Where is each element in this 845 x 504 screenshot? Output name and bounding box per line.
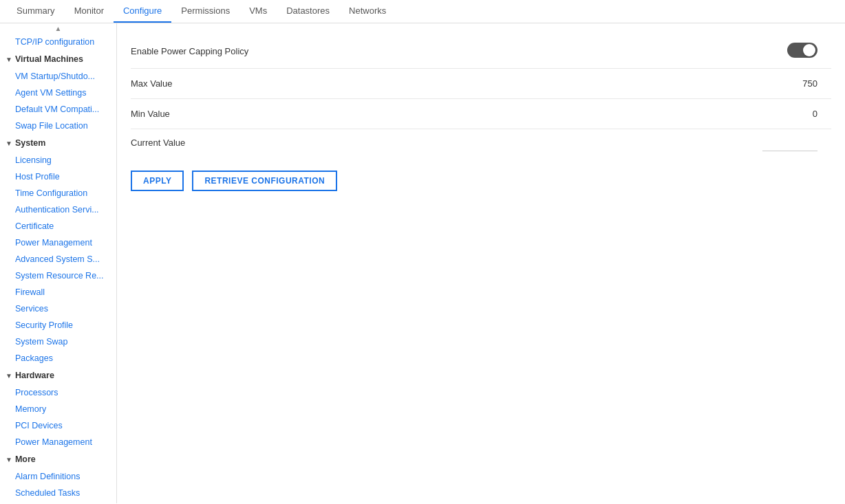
retrieve-button[interactable]: RETRIEVE CONFIGURATION xyxy=(192,171,337,191)
current-value-label: Current Value xyxy=(131,138,282,148)
sidebar-item-processors[interactable]: Processors xyxy=(0,384,116,401)
sidebar-item-swap-file-location[interactable]: Swap File Location xyxy=(0,118,116,134)
field-value: 0 xyxy=(282,109,831,119)
text-row-min-value: Min Value0 xyxy=(131,99,831,129)
tab-configure[interactable]: Configure xyxy=(114,0,171,23)
sidebar-item-advanced-system-s-[interactable]: Advanced System S... xyxy=(0,251,116,267)
toggle-value[interactable] xyxy=(282,43,831,60)
tab-summary[interactable]: Summary xyxy=(7,0,65,23)
sidebar-item-certificate[interactable]: Certificate xyxy=(0,218,116,234)
sidebar-item-system-swap[interactable]: System Swap xyxy=(0,333,116,350)
sidebar-item-authentication-servi-[interactable]: Authentication Servi... xyxy=(0,201,116,218)
sidebar-section-hardware[interactable]: ▼Hardware xyxy=(0,366,116,384)
sidebar-section-virtual-machines[interactable]: ▼Virtual Machines xyxy=(0,50,116,68)
tab-networks[interactable]: Networks xyxy=(339,0,396,23)
sidebar-item-licensing[interactable]: Licensing xyxy=(0,152,116,168)
button-row: APPLYRETRIEVE CONFIGURATION xyxy=(131,165,831,191)
sidebar-item-system-resource-re-[interactable]: System Resource Re... xyxy=(0,267,116,284)
sidebar-scroll-up[interactable]: ▲ xyxy=(0,23,116,34)
sidebar-item-vm-startup-shutdo-[interactable]: VM Startup/Shutdo... xyxy=(0,68,116,85)
sidebar-item-pci-devices[interactable]: PCI Devices xyxy=(0,417,116,434)
sidebar-item-agent-vm-settings[interactable]: Agent VM Settings xyxy=(0,85,116,101)
main-layout: ▲TCP/IP configuration▼Virtual MachinesVM… xyxy=(0,23,845,503)
sidebar-item-power-management[interactable]: Power Management xyxy=(0,234,116,251)
tab-datastores[interactable]: Datastores xyxy=(277,0,339,23)
text-row-max-value: Max Value750 xyxy=(131,69,831,99)
sidebar: ▲TCP/IP configuration▼Virtual MachinesVM… xyxy=(0,23,117,503)
toggle-label: Enable Power Capping Policy xyxy=(131,46,282,56)
section-arrow-icon: ▼ xyxy=(6,456,12,463)
apply-button[interactable]: APPLY xyxy=(131,171,184,191)
sidebar-item-default-vm-compati-[interactable]: Default VM Compati... xyxy=(0,101,116,118)
tab-permissions[interactable]: Permissions xyxy=(171,0,239,23)
sidebar-item-services[interactable]: Services xyxy=(0,300,116,317)
sidebar-item-scheduled-tasks[interactable]: Scheduled Tasks xyxy=(0,485,116,501)
section-label: Hardware xyxy=(15,371,54,380)
section-arrow-icon: ▼ xyxy=(6,56,12,63)
section-label: System xyxy=(15,138,45,148)
content-area: Enable Power Capping PolicyMax Value750M… xyxy=(117,23,845,503)
sidebar-section-system[interactable]: ▼System xyxy=(0,134,116,152)
tab-vms[interactable]: VMs xyxy=(239,0,277,23)
current-value-line xyxy=(762,138,817,151)
sidebar-item-power-management[interactable]: Power Management xyxy=(0,434,116,450)
sidebar-section-lenovo-xclarity[interactable]: ▼Lenovo XClarity xyxy=(0,501,116,503)
field-label: Max Value xyxy=(131,78,282,89)
sidebar-item-packages[interactable]: Packages xyxy=(0,350,116,366)
section-arrow-icon: ▼ xyxy=(6,372,12,380)
field-label: Min Value xyxy=(131,109,282,119)
section-label: Virtual Machines xyxy=(15,54,83,64)
current-value-row: Current Value xyxy=(131,129,831,165)
section-arrow-icon: ▼ xyxy=(6,140,12,147)
current-value-input-area xyxy=(282,138,831,151)
toggle-thumb xyxy=(803,44,815,56)
sidebar-item-memory[interactable]: Memory xyxy=(0,401,116,417)
top-navigation: SummaryMonitorConfigurePermissionsVMsDat… xyxy=(0,0,845,23)
power-capping-toggle[interactable] xyxy=(787,43,817,58)
sidebar-item-firewall[interactable]: Firewall xyxy=(0,284,116,300)
content-inner: Enable Power Capping PolicyMax Value750M… xyxy=(117,23,845,202)
field-value: 750 xyxy=(282,78,831,89)
toggle-row: Enable Power Capping Policy xyxy=(131,34,831,69)
section-label: More xyxy=(15,454,36,464)
sidebar-item-time-configuration[interactable]: Time Configuration xyxy=(0,185,116,201)
sidebar-item-tcp-ip-configuration[interactable]: TCP/IP configuration xyxy=(0,34,116,50)
sidebar-item-host-profile[interactable]: Host Profile xyxy=(0,168,116,185)
tab-monitor[interactable]: Monitor xyxy=(65,0,114,23)
sidebar-section-more[interactable]: ▼More xyxy=(0,450,116,468)
sidebar-item-alarm-definitions[interactable]: Alarm Definitions xyxy=(0,468,116,485)
sidebar-item-security-profile[interactable]: Security Profile xyxy=(0,317,116,333)
